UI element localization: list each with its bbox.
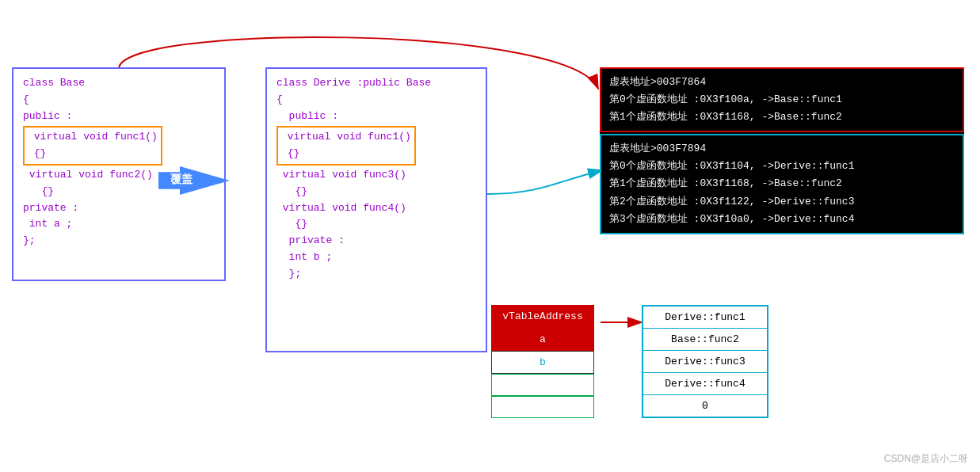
derive-func1-line2: {} — [281, 146, 411, 162]
derive-class-box: class Derive :public Base { public : vir… — [265, 67, 487, 352]
derive-func4-line1: virtual void func4() — [276, 200, 476, 217]
vtable-display: 虚表地址>003F7864 第0个虚函数地址 :0X3f100a, ->Base… — [600, 67, 964, 234]
cover-arrow-area: 覆盖 — [158, 166, 230, 195]
vtable-derive: 虚表地址>003F7894 第0个虚函数地址 :0X3f1104, ->Deri… — [600, 134, 964, 234]
derive-line-3: public : — [276, 108, 476, 125]
vtable-base-title: 虚表地址>003F7864 — [609, 74, 955, 91]
derive-func4-line2: {} — [276, 216, 476, 233]
base-line-2: { — [23, 92, 215, 108]
watermark: CSDN@是店小二呀 — [884, 452, 968, 466]
obj-row-empty-2 — [491, 396, 594, 418]
derive-func1-highlight: virtual void func1() {} — [276, 126, 416, 166]
base-int-a: int a ; — [23, 216, 215, 233]
derive-private: private : — [276, 233, 476, 249]
derive-line-1: class Derive :public Base — [276, 75, 476, 92]
vtable-base-entry-1: 第1个虚函数地址 :0X3f1168, ->Base::func2 — [609, 108, 955, 126]
obj-row-a: a — [491, 328, 594, 351]
object-layout: vTableAddress a b — [491, 305, 594, 418]
vtable-funcs: Derive::func1 Base::func2 Derive::func3 … — [642, 305, 768, 418]
derive-int-b: int b ; — [276, 249, 476, 266]
obj-row-b: b — [491, 351, 594, 374]
vtable-derive-entry-3: 第3个虚函数地址 :0X3f10a0, ->Derive::func4 — [609, 211, 955, 228]
base-line-3: public : — [23, 108, 215, 125]
base-private: private : — [23, 200, 215, 217]
func-row-3: Derive::func4 — [643, 373, 767, 395]
base-func1-line2: {} — [28, 146, 158, 162]
func-row-0: Derive::func1 — [643, 306, 767, 329]
base-line-1: class Base — [23, 75, 215, 92]
derive-func3-line1: virtual void func3() — [276, 167, 476, 184]
vtable-derive-title: 虚表地址>003F7894 — [609, 140, 955, 158]
vtable-base-entry-0: 第0个虚函数地址 :0X3f100a, ->Base::func1 — [609, 91, 955, 108]
derive-func1-line1: virtual void func1() — [281, 129, 411, 146]
func-row-2: Derive::func3 — [643, 351, 767, 373]
vtable-base: 虚表地址>003F7864 第0个虚函数地址 :0X3f100a, ->Base… — [600, 67, 964, 132]
vtable-derive-entry-2: 第2个虚函数地址 :0X3f1122, ->Derive::func3 — [609, 193, 955, 211]
base-func1-line1: virtual void func1() — [28, 129, 158, 146]
derive-func3-line2: {} — [276, 184, 476, 200]
base-close: }; — [23, 233, 215, 249]
cover-arrow — [158, 166, 230, 195]
func-row-4: 0 — [643, 395, 767, 417]
main-container: class Base { public : virtual void func1… — [0, 0, 980, 472]
obj-row-empty-1 — [491, 374, 594, 396]
derive-close: }; — [276, 266, 476, 283]
vtable-derive-entry-0: 第0个虚函数地址 :0X3f1104, ->Derive::func1 — [609, 158, 955, 175]
obj-row-vtable: vTableAddress — [491, 305, 594, 328]
base-func1-highlight: virtual void func1() {} — [23, 126, 162, 166]
vtable-derive-entry-1: 第1个虚函数地址 :0X3f1168, ->Base::func2 — [609, 175, 955, 192]
derive-line-2: { — [276, 92, 476, 108]
cover-label: 覆盖 — [170, 173, 193, 187]
func-row-1: Base::func2 — [643, 329, 767, 351]
